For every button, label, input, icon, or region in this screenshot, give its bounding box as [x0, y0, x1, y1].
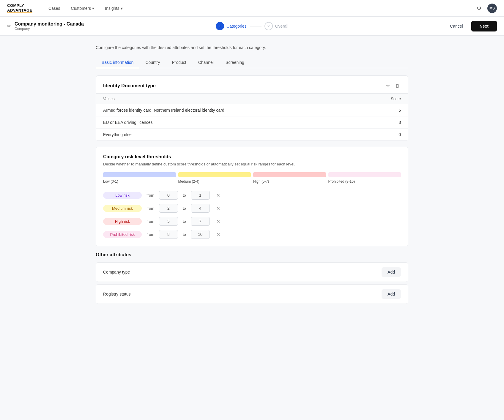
risk-bar-high	[253, 172, 326, 177]
chevron-down-icon: ▾	[92, 6, 94, 11]
identity-document-card: Identity Document type ✏ 🗑 Values Score …	[96, 75, 408, 141]
step-divider	[250, 26, 262, 26]
nav-insights-label: Insights	[105, 6, 119, 11]
step-2: 2 Overall	[264, 22, 288, 30]
risk-to-input-low[interactable]	[191, 191, 210, 200]
attr-cards: Company type Add Registry status Add	[96, 262, 408, 304]
risk-bar-group	[103, 172, 401, 177]
attribute-card: Company type Add	[96, 262, 408, 282]
add-attribute-button[interactable]: Add	[382, 289, 401, 299]
remove-risk-button-low[interactable]: ✕	[215, 192, 222, 199]
remove-risk-button-high[interactable]: ✕	[215, 218, 222, 225]
tab-screening[interactable]: Screening	[220, 57, 250, 68]
from-label-medium: from	[147, 206, 154, 211]
edit-icon: ✏	[7, 23, 11, 29]
risk-bar-medium	[178, 172, 251, 177]
logo-line2: ADVANTAGE	[7, 8, 32, 13]
risk-badge-medium: Medium risk	[103, 205, 142, 212]
other-attributes-title: Other attributes	[96, 252, 408, 258]
to-label-medium: to	[183, 206, 186, 211]
risk-bar-prohibited	[328, 172, 401, 177]
risk-to-input-prohibited[interactable]	[191, 230, 210, 239]
step-1-circle: 1	[216, 22, 224, 30]
nav-insights[interactable]: Insights ▾	[101, 4, 127, 13]
navbar: COMPLY ADVANTAGE Cases Customers ▾ Insig…	[0, 0, 504, 17]
risk-row-high: High risk from to ✕	[103, 217, 401, 226]
step-2-circle: 2	[264, 22, 273, 30]
step-1: 1 Categories	[216, 22, 247, 30]
step-1-label: Categories	[226, 24, 247, 29]
subheader-info: Company monitoring - Canada Company	[15, 21, 84, 31]
tab-bar: Basic information Country Product Channe…	[96, 57, 408, 68]
to-label-low: to	[183, 193, 186, 198]
risk-label-medium: Medium (2-4)	[178, 179, 251, 184]
risk-label-low: Low (0-1)	[103, 179, 176, 184]
cell-score: 5	[360, 104, 408, 116]
risk-badge-prohibited: Prohibited risk	[103, 231, 142, 238]
delete-card-button[interactable]: 🗑	[394, 82, 401, 90]
card-title: Identity Document type	[103, 83, 156, 89]
logo-line1: COMPLY	[7, 3, 32, 8]
risk-thresholds-card: Category risk level thresholds Decide wh…	[96, 147, 408, 246]
risk-from-input-high[interactable]	[159, 217, 178, 226]
cell-value: Everything else	[96, 129, 360, 141]
cell-value: EU or EEA driving licences	[96, 116, 360, 129]
nav-cases[interactable]: Cases	[44, 4, 64, 13]
from-label-prohibited: from	[147, 232, 154, 237]
main-content: Configure the categories with the desire…	[89, 36, 415, 316]
tab-channel[interactable]: Channel	[192, 57, 220, 68]
risk-from-input-medium[interactable]	[159, 204, 178, 213]
risk-row-low: Low risk from to ✕	[103, 191, 401, 200]
nav-customers-label: Customers	[71, 6, 91, 11]
nav-customers[interactable]: Customers ▾	[67, 4, 99, 13]
settings-icon[interactable]: ⚙	[474, 4, 484, 13]
cell-score: 0	[360, 129, 408, 141]
risk-badge-high: High risk	[103, 218, 142, 225]
col-values: Values	[96, 94, 360, 104]
from-label-high: from	[147, 219, 154, 224]
risk-from-input-prohibited[interactable]	[159, 230, 178, 239]
to-label-prohibited: to	[183, 232, 186, 237]
nav-links: Cases Customers ▾ Insights ▾	[44, 4, 474, 13]
risk-to-input-medium[interactable]	[191, 204, 210, 213]
card-header: Identity Document type ✏ 🗑	[96, 76, 408, 93]
cell-value: Armed forces identity card, Northern Ire…	[96, 104, 360, 116]
risk-label-high: High (5-7)	[253, 179, 326, 184]
risk-from-input-low[interactable]	[159, 191, 178, 200]
table-row: Everything else 0	[96, 129, 408, 141]
remove-risk-button-medium[interactable]: ✕	[215, 205, 222, 212]
page-subtitle: Company	[15, 27, 84, 31]
tab-country[interactable]: Country	[139, 57, 166, 68]
edit-card-button[interactable]: ✏	[385, 82, 391, 90]
risk-rows: Low risk from to ✕ Medium risk from to ✕…	[103, 191, 401, 239]
attr-label: Registry status	[103, 292, 131, 296]
identity-table: Values Score Armed forces identity card,…	[96, 93, 408, 140]
table-row: EU or EEA driving licences 3	[96, 116, 408, 129]
tab-product[interactable]: Product	[166, 57, 192, 68]
thresholds-title: Category risk level thresholds	[103, 154, 401, 160]
app-logo: COMPLY ADVANTAGE	[7, 3, 32, 13]
add-attribute-button[interactable]: Add	[382, 267, 401, 277]
risk-row-prohibited: Prohibited risk from to ✕	[103, 230, 401, 239]
attribute-card: Registry status Add	[96, 284, 408, 304]
nav-actions: ⚙ MS	[474, 4, 497, 13]
risk-to-input-high[interactable]	[191, 217, 210, 226]
risk-label-group: Low (0-1) Medium (2-4) High (5-7) Prohib…	[103, 179, 401, 184]
tab-basic-information[interactable]: Basic information	[96, 57, 139, 68]
next-button[interactable]: Next	[471, 21, 497, 31]
risk-bar-low	[103, 172, 176, 177]
subheader-actions: Cancel Next	[334, 21, 497, 31]
avatar[interactable]: MS	[487, 4, 497, 13]
wizard-steps: 1 Categories 2 Overall	[170, 22, 333, 30]
risk-badge-low: Low risk	[103, 192, 142, 199]
to-label-high: to	[183, 219, 186, 224]
col-score: Score	[360, 94, 408, 104]
cancel-button[interactable]: Cancel	[445, 21, 468, 31]
table-row: Armed forces identity card, Northern Ire…	[96, 104, 408, 116]
cell-score: 3	[360, 116, 408, 129]
other-attributes-section: Other attributes Company type Add Regist…	[96, 252, 408, 304]
from-label-low: from	[147, 193, 154, 198]
remove-risk-button-prohibited[interactable]: ✕	[215, 231, 222, 238]
risk-label-prohibited: Prohibited (8-10)	[328, 179, 401, 184]
subheader: ✏ Company monitoring - Canada Company 1 …	[0, 17, 504, 36]
